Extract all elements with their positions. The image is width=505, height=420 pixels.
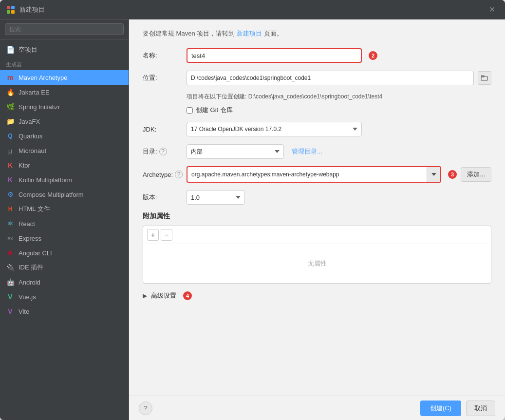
sidebar-item-javafx[interactable]: 📁 JavaFX <box>0 114 129 129</box>
search-input[interactable] <box>5 23 124 35</box>
svg-rect-0 <box>7 6 10 9</box>
additional-props-section: 附加属性 <box>143 212 491 221</box>
advanced-arrow-icon: ▶ <box>143 292 147 299</box>
app-icon <box>6 5 16 15</box>
manage-catalog-link[interactable]: 管理目录... <box>292 147 322 156</box>
archetype-help-icon[interactable]: ? <box>175 171 183 178</box>
sidebar-item-jakarta-ee[interactable]: 🔥 Jakarta EE <box>0 85 129 99</box>
advanced-settings-section[interactable]: ▶ 高级设置 4 <box>143 291 491 300</box>
react-label: React <box>19 220 35 228</box>
close-button[interactable]: ✕ <box>485 3 499 16</box>
spring-icon: 🌿 <box>6 102 15 111</box>
title-bar: 新建项目 ✕ <box>0 0 505 19</box>
vite-label: Vite <box>19 308 29 315</box>
annotation-4: 4 <box>183 291 192 300</box>
jdk-select[interactable]: 17 Oracle OpenJDK version 17.0.2 <box>187 122 362 136</box>
express-icon: ex <box>6 234 15 243</box>
name-input[interactable] <box>187 48 362 63</box>
archetype-input[interactable] <box>187 167 427 182</box>
annotation-3: 3 <box>448 170 457 179</box>
empty-project-icon: 📄 <box>6 45 15 54</box>
catalog-row: 目录: ? 内部 管理目录... <box>143 144 491 159</box>
version-row: 版本: 1.0 <box>143 190 491 205</box>
sidebar-item-kotlin-multi[interactable]: K Kotlin Multiplatform <box>0 172 129 187</box>
hint-link[interactable]: 新建项目 <box>237 30 262 37</box>
create-button[interactable]: 创建(C) <box>420 401 461 416</box>
archetype-row: Archetype: ? 3 添加... <box>143 166 491 183</box>
git-label[interactable]: 创建 Git 仓库 <box>196 106 233 115</box>
location-subtext: 项目将在以下位置创建: D:\codes\java_codes\code1\sp… <box>187 93 491 101</box>
add-property-button[interactable]: + <box>147 229 159 241</box>
sidebar-item-android[interactable]: 🤖 Android <box>0 275 129 289</box>
properties-box: + − 无属性 <box>143 226 491 284</box>
browse-button[interactable] <box>478 71 491 85</box>
sidebar-item-html[interactable]: H HTML 文件 <box>0 202 129 216</box>
empty-project-label: 空项目 <box>19 45 37 54</box>
sidebar-item-vue[interactable]: V Vue.js <box>0 289 129 304</box>
jdk-row: JDK: 17 Oracle OpenJDK version 17.0.2 <box>143 121 491 137</box>
new-project-dialog: 新建项目 ✕ 📄 空项目 生成器 m Maven Archetype <box>0 0 505 420</box>
maven-archetype-icon: m <box>6 73 15 82</box>
ide-label: IDE 插件 <box>19 263 43 272</box>
compose-label: Compose Multiplatform <box>19 191 84 198</box>
ktor-label: Ktor <box>19 162 30 169</box>
sidebar: 📄 空项目 生成器 m Maven Archetype 🔥 Jakarta EE… <box>0 19 129 420</box>
quarkus-icon: Q <box>6 132 15 140</box>
archetype-control: 3 添加... <box>187 166 491 183</box>
location-input[interactable] <box>187 71 474 85</box>
remove-property-button[interactable]: − <box>161 229 172 241</box>
version-label: 版本: <box>143 193 187 202</box>
sidebar-item-react[interactable]: ⚛ React <box>0 216 129 231</box>
catalog-select[interactable]: 内部 <box>187 144 284 159</box>
generators-section-label: 生成器 <box>0 57 129 70</box>
archetype-select-wrapper <box>187 166 441 183</box>
micronaut-label: Micronaut <box>19 147 46 154</box>
sidebar-item-angular[interactable]: A Angular CLI <box>0 246 129 260</box>
add-archetype-button[interactable]: 添加... <box>461 167 491 182</box>
archetype-label: Archetype: ? <box>143 171 187 178</box>
kotlin-multi-icon: K <box>6 175 15 184</box>
location-row: 位置: <box>143 70 491 86</box>
kotlin-multi-label: Kotlin Multiplatform <box>19 176 73 184</box>
version-select[interactable]: 1.0 <box>187 190 245 205</box>
jdk-control: 17 Oracle OpenJDK version 17.0.2 <box>187 122 491 136</box>
sidebar-search-area <box>0 19 129 39</box>
javafx-icon: 📁 <box>6 117 15 126</box>
html-label: HTML 文件 <box>19 205 50 213</box>
sidebar-item-quarkus[interactable]: Q Quarkus <box>0 129 129 143</box>
cancel-button[interactable]: 取消 <box>466 401 495 416</box>
hint-text: 要创建常规 Maven 项目，请转到 新建项目 页面。 <box>143 29 491 38</box>
sidebar-item-micronaut[interactable]: μ Micronaut <box>0 143 129 158</box>
archetype-dropdown-button[interactable] <box>427 167 440 182</box>
sidebar-item-spring[interactable]: 🌿 Spring Initializr <box>0 99 129 114</box>
sidebar-item-compose-multi[interactable]: ⚙ Compose Multiplatform <box>0 187 129 202</box>
catalog-help-icon[interactable]: ? <box>159 148 167 155</box>
name-row: 名称: 2 <box>143 48 491 63</box>
catalog-label: 目录: ? <box>143 147 187 156</box>
react-icon: ⚛ <box>6 219 15 228</box>
sidebar-items: 📄 空项目 生成器 m Maven Archetype 🔥 Jakarta EE… <box>0 39 129 420</box>
javafx-label: JavaFX <box>19 118 40 125</box>
sidebar-item-empty[interactable]: 📄 空项目 <box>0 42 129 57</box>
maven-archetype-label: Maven Archetype <box>19 74 67 81</box>
jakarta-ee-label: Jakarta EE <box>19 89 50 96</box>
sidebar-item-express[interactable]: ex Express <box>0 231 129 246</box>
main-scroll-area: 要创建常规 Maven 项目，请转到 新建项目 页面。 名称: 2 位置: <box>129 19 505 396</box>
ktor-icon: K <box>6 161 15 170</box>
vue-label: Vue.js <box>19 293 36 301</box>
sidebar-item-ktor[interactable]: K Ktor <box>0 158 129 172</box>
sidebar-item-maven-archetype[interactable]: m Maven Archetype <box>0 70 129 85</box>
express-label: Express <box>19 235 41 242</box>
name-label: 名称: <box>143 51 187 60</box>
jakarta-ee-icon: 🔥 <box>6 88 15 96</box>
main-content: 要创建常规 Maven 项目，请转到 新建项目 页面。 名称: 2 位置: <box>129 19 505 420</box>
annotation-2: 2 <box>369 51 377 60</box>
bottom-bar: ? 创建(C) 取消 <box>129 396 505 420</box>
angular-label: Angular CLI <box>19 249 52 257</box>
sidebar-item-ide-plugin[interactable]: 🔌 IDE 插件 <box>0 260 129 275</box>
location-label: 位置: <box>143 74 187 82</box>
git-checkbox[interactable] <box>187 107 193 114</box>
sidebar-item-vite[interactable]: V Vite <box>0 304 129 319</box>
help-button[interactable]: ? <box>139 401 152 415</box>
git-checkbox-row: 创建 Git 仓库 <box>187 106 491 115</box>
